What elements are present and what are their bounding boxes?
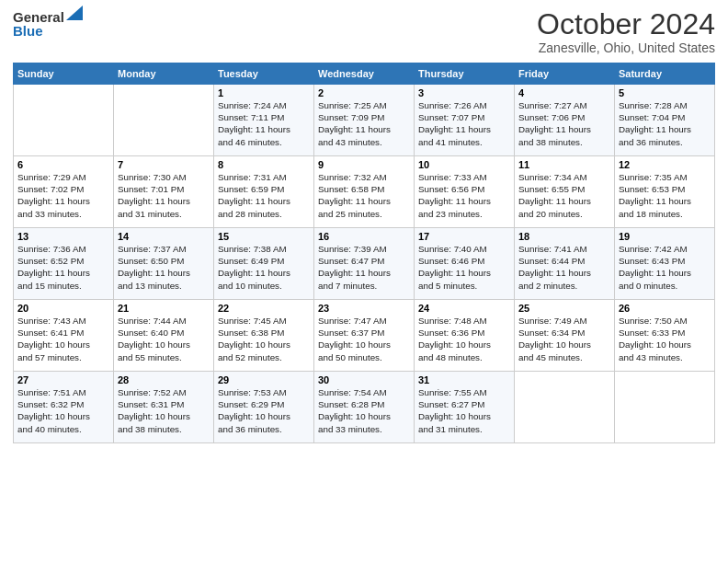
calendar-cell: 15Sunrise: 7:38 AM Sunset: 6:49 PM Dayli… [214,228,314,300]
svg-marker-0 [66,6,83,20]
day-number: 10 [418,159,510,170]
day-number: 3 [418,87,510,98]
day-number: 22 [218,303,310,314]
calendar-cell: 7Sunrise: 7:30 AM Sunset: 7:01 PM Daylig… [114,156,214,228]
day-number: 12 [619,159,711,170]
day-info: Sunrise: 7:45 AM Sunset: 6:38 PM Dayligh… [218,316,290,362]
calendar-cell: 8Sunrise: 7:31 AM Sunset: 6:59 PM Daylig… [214,156,314,228]
calendar-cell: 10Sunrise: 7:33 AM Sunset: 6:56 PM Dayli… [415,156,515,228]
day-number: 5 [619,87,711,98]
calendar-cell: 12Sunrise: 7:35 AM Sunset: 6:53 PM Dayli… [615,156,715,228]
day-number: 27 [17,374,109,385]
day-number: 18 [518,231,610,242]
day-info: Sunrise: 7:51 AM Sunset: 6:32 PM Dayligh… [17,387,90,434]
day-number: 1 [218,87,310,98]
weekday-thursday: Thursday [415,63,515,85]
day-number: 7 [118,159,210,170]
calendar-table: SundayMondayTuesdayWednesdayThursdayFrid… [13,63,715,443]
day-info: Sunrise: 7:25 AM Sunset: 7:09 PM Dayligh… [318,100,391,147]
day-info: Sunrise: 7:40 AM Sunset: 6:46 PM Dayligh… [418,244,491,291]
week-row-1: 1Sunrise: 7:24 AM Sunset: 7:11 PM Daylig… [14,85,715,156]
day-info: Sunrise: 7:24 AM Sunset: 7:11 PM Dayligh… [218,100,290,147]
day-number: 28 [118,374,210,385]
calendar-cell: 13Sunrise: 7:36 AM Sunset: 6:52 PM Dayli… [14,228,114,300]
day-info: Sunrise: 7:44 AM Sunset: 6:40 PM Dayligh… [118,316,190,362]
day-info: Sunrise: 7:43 AM Sunset: 6:41 PM Dayligh… [17,316,90,362]
day-info: Sunrise: 7:49 AM Sunset: 6:34 PM Dayligh… [518,316,591,362]
calendar-cell: 17Sunrise: 7:40 AM Sunset: 6:46 PM Dayli… [415,228,515,300]
day-number: 8 [218,159,310,170]
calendar-cell: 11Sunrise: 7:34 AM Sunset: 6:55 PM Dayli… [515,156,615,228]
day-number: 26 [619,303,711,314]
week-row-3: 13Sunrise: 7:36 AM Sunset: 6:52 PM Dayli… [14,228,715,300]
day-info: Sunrise: 7:50 AM Sunset: 6:33 PM Dayligh… [619,316,691,362]
day-info: Sunrise: 7:38 AM Sunset: 6:49 PM Dayligh… [218,244,290,291]
day-number: 24 [418,303,510,314]
calendar-cell: 5Sunrise: 7:28 AM Sunset: 7:04 PM Daylig… [615,85,715,156]
day-number: 16 [318,231,410,242]
calendar-cell [114,85,214,156]
month-title: October 2024 [537,9,715,39]
day-number: 31 [418,374,510,385]
day-info: Sunrise: 7:34 AM Sunset: 6:55 PM Dayligh… [518,172,591,219]
calendar-cell: 26Sunrise: 7:50 AM Sunset: 6:33 PM Dayli… [615,300,715,372]
day-number: 17 [418,231,510,242]
day-number: 19 [619,231,711,242]
day-number: 2 [318,87,410,98]
week-row-5: 27Sunrise: 7:51 AM Sunset: 6:32 PM Dayli… [14,372,715,443]
day-info: Sunrise: 7:42 AM Sunset: 6:43 PM Dayligh… [619,244,691,291]
day-number: 25 [518,303,610,314]
calendar-cell: 4Sunrise: 7:27 AM Sunset: 7:06 PM Daylig… [515,85,615,156]
calendar-cell: 29Sunrise: 7:53 AM Sunset: 6:29 PM Dayli… [214,372,314,443]
week-row-4: 20Sunrise: 7:43 AM Sunset: 6:41 PM Dayli… [14,300,715,372]
weekday-sunday: Sunday [14,63,114,85]
calendar-cell: 28Sunrise: 7:52 AM Sunset: 6:31 PM Dayli… [114,372,214,443]
weekday-monday: Monday [114,63,214,85]
day-number: 13 [17,231,109,242]
day-info: Sunrise: 7:41 AM Sunset: 6:44 PM Dayligh… [518,244,591,291]
calendar-cell: 30Sunrise: 7:54 AM Sunset: 6:28 PM Dayli… [314,372,415,443]
day-info: Sunrise: 7:27 AM Sunset: 7:06 PM Dayligh… [518,100,591,147]
calendar-cell: 25Sunrise: 7:49 AM Sunset: 6:34 PM Dayli… [515,300,615,372]
calendar-cell: 20Sunrise: 7:43 AM Sunset: 6:41 PM Dayli… [14,300,114,372]
calendar-cell: 1Sunrise: 7:24 AM Sunset: 7:11 PM Daylig… [214,85,314,156]
day-number: 29 [218,374,310,385]
calendar-cell [515,372,615,443]
page-header: General Blue October 2024 Zanesville, Oh… [13,9,715,55]
day-info: Sunrise: 7:53 AM Sunset: 6:29 PM Dayligh… [218,387,290,434]
calendar-cell: 3Sunrise: 7:26 AM Sunset: 7:07 PM Daylig… [415,85,515,156]
calendar-cell: 31Sunrise: 7:55 AM Sunset: 6:27 PM Dayli… [415,372,515,443]
calendar-cell: 19Sunrise: 7:42 AM Sunset: 6:43 PM Dayli… [615,228,715,300]
day-info: Sunrise: 7:26 AM Sunset: 7:07 PM Dayligh… [418,100,491,147]
day-info: Sunrise: 7:48 AM Sunset: 6:36 PM Dayligh… [418,316,491,362]
day-number: 9 [318,159,410,170]
day-number: 15 [218,231,310,242]
calendar-cell: 21Sunrise: 7:44 AM Sunset: 6:40 PM Dayli… [114,300,214,372]
day-info: Sunrise: 7:55 AM Sunset: 6:27 PM Dayligh… [418,387,491,434]
calendar-cell: 22Sunrise: 7:45 AM Sunset: 6:38 PM Dayli… [214,300,314,372]
day-info: Sunrise: 7:37 AM Sunset: 6:50 PM Dayligh… [118,244,190,291]
logo: General Blue [13,9,83,39]
day-info: Sunrise: 7:52 AM Sunset: 6:31 PM Dayligh… [118,387,190,434]
day-number: 6 [17,159,109,170]
weekday-wednesday: Wednesday [314,63,415,85]
logo-blue: Blue [13,23,83,39]
weekday-tuesday: Tuesday [214,63,314,85]
day-info: Sunrise: 7:47 AM Sunset: 6:37 PM Dayligh… [318,316,391,362]
calendar-cell: 6Sunrise: 7:29 AM Sunset: 7:02 PM Daylig… [14,156,114,228]
calendar-cell: 23Sunrise: 7:47 AM Sunset: 6:37 PM Dayli… [314,300,415,372]
day-info: Sunrise: 7:29 AM Sunset: 7:02 PM Dayligh… [17,172,90,219]
calendar-cell [14,85,114,156]
location: Zanesville, Ohio, United States [537,40,715,55]
calendar-cell: 27Sunrise: 7:51 AM Sunset: 6:32 PM Dayli… [14,372,114,443]
day-number: 14 [118,231,210,242]
day-info: Sunrise: 7:35 AM Sunset: 6:53 PM Dayligh… [619,172,691,219]
day-number: 4 [518,87,610,98]
week-row-2: 6Sunrise: 7:29 AM Sunset: 7:02 PM Daylig… [14,156,715,228]
day-info: Sunrise: 7:31 AM Sunset: 6:59 PM Dayligh… [218,172,290,219]
day-number: 30 [318,374,410,385]
calendar-cell [615,372,715,443]
calendar-cell: 18Sunrise: 7:41 AM Sunset: 6:44 PM Dayli… [515,228,615,300]
day-info: Sunrise: 7:39 AM Sunset: 6:47 PM Dayligh… [318,244,391,291]
day-number: 11 [518,159,610,170]
